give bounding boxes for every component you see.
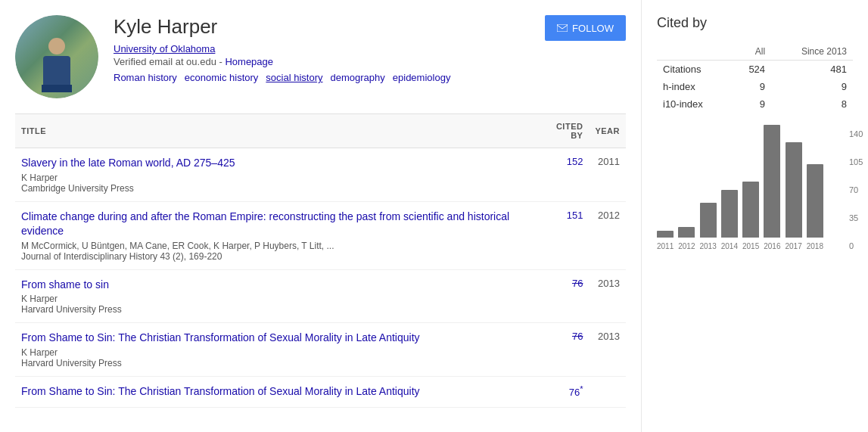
col-year: YEAR	[589, 114, 626, 148]
paper-title[interactable]: From shame to sin	[21, 278, 530, 293]
bar-year-label: 2013	[700, 242, 717, 250]
paper-year: 2011	[589, 148, 626, 202]
chart-bars: 20112012201320142015201620172018	[657, 129, 846, 250]
papers-list: Slavery in the late Roman world, AD 275–…	[15, 148, 626, 408]
bar-group: 2018	[807, 164, 823, 250]
stats-since: 8	[771, 95, 853, 113]
stats-table: All Since 2013 Citations524481h-index99i…	[657, 43, 853, 113]
table-row: From Shame to Sin: The Christian Transfo…	[15, 323, 626, 377]
chart-bar	[742, 182, 759, 238]
stats-label: Citations	[657, 61, 731, 79]
paper-source: Harvard University Press	[21, 358, 530, 368]
follow-label: FOLLOW	[572, 23, 614, 34]
email-icon	[557, 24, 568, 32]
stats-since: 9	[771, 78, 853, 95]
chart-bar	[700, 203, 717, 238]
paper-title[interactable]: From Shame to Sin: The Christian Transfo…	[21, 331, 530, 346]
col-since-header: Since 2013	[771, 43, 853, 61]
bar-year-label: 2016	[764, 242, 780, 250]
profile-tag-roman-history[interactable]: Roman history	[114, 72, 177, 83]
follow-button[interactable]: FOLLOW	[545, 15, 626, 41]
bar-year-label: 2012	[678, 242, 695, 250]
citations-chart: 20112012201320142015201620172018 140 105…	[657, 128, 853, 250]
bar-group: 2011	[657, 231, 674, 250]
chart-bar	[657, 231, 674, 238]
paper-title[interactable]: From Shame to Sin: The Christian Transfo…	[21, 384, 530, 399]
profile-info: Kyle Harper University of Oklahoma Verif…	[114, 15, 626, 83]
col-cited: CITED BY	[536, 114, 589, 148]
paper-cited[interactable]: 76*	[536, 376, 589, 407]
col-title: TITLE	[15, 114, 536, 148]
col-all-header: All	[731, 43, 772, 61]
table-row: From Shame to Sin: The Christian Transfo…	[15, 376, 626, 407]
stats-all: 9	[731, 95, 772, 113]
homepage-link[interactable]: Homepage	[225, 56, 273, 67]
paper-year: 2013	[589, 323, 626, 377]
chart-bar	[678, 227, 695, 238]
table-row: From shame to sinK HarperHarvard Univers…	[15, 269, 626, 323]
bar-year-label: 2018	[807, 242, 823, 250]
stats-label: h-index	[657, 78, 731, 95]
y-label-70: 70	[849, 185, 863, 194]
paper-authors: K Harper	[21, 294, 530, 304]
papers-table: TITLE CITED BY YEAR Slavery in the late …	[15, 113, 626, 408]
table-row: Climate change during and after the Roma…	[15, 201, 626, 269]
cited-by-title: Cited by	[657, 15, 853, 31]
y-label-35: 35	[849, 213, 863, 222]
bar-year-label: 2017	[786, 242, 802, 250]
profile-tag-social-history[interactable]: social history	[266, 72, 322, 83]
profile-name: Kyle Harper	[114, 15, 450, 39]
paper-year: 2013	[589, 269, 626, 323]
bar-group: 2015	[742, 182, 759, 250]
institution-link[interactable]: University of Oklahoma	[114, 43, 450, 54]
profile-tag-epidemiology[interactable]: epidemiology	[393, 72, 451, 83]
stats-label: i10-index	[657, 95, 731, 113]
stats-since: 481	[771, 61, 853, 79]
paper-source: Harvard University Press	[21, 304, 530, 315]
stats-row: h-index99	[657, 78, 853, 95]
asterisk-marker: *	[580, 384, 583, 393]
profile-tag-economic-history[interactable]: economic history	[185, 72, 259, 83]
profile-tags: Roman historyeconomic historysocial hist…	[114, 72, 450, 83]
bar-year-label: 2015	[742, 242, 759, 250]
chart-bar	[786, 142, 802, 238]
chart-bar	[807, 164, 823, 238]
stats-row: i10-index98	[657, 95, 853, 113]
chart-bar	[721, 190, 738, 238]
stats-row: Citations524481	[657, 61, 853, 79]
email-text: Verified email at ou.edu -	[114, 56, 222, 67]
chart-bar	[764, 125, 780, 238]
y-label-0: 0	[849, 241, 863, 250]
bar-group: 2014	[721, 190, 738, 250]
bar-group: 2016	[764, 125, 780, 250]
paper-source: Cambridge University Press	[21, 183, 530, 194]
email-line: Verified email at ou.edu - Homepage	[114, 56, 450, 67]
profile-tag-demography[interactable]: demography	[331, 72, 385, 83]
paper-title[interactable]: Slavery in the late Roman world, AD 275–…	[21, 156, 530, 171]
y-label-105: 105	[849, 157, 863, 166]
paper-year	[589, 376, 626, 407]
paper-cited[interactable]: 151	[536, 201, 589, 269]
paper-authors: K Harper	[21, 347, 530, 358]
bar-year-label: 2011	[657, 242, 674, 250]
paper-authors: K Harper	[21, 172, 530, 183]
profile-header: Kyle Harper University of Oklahoma Verif…	[15, 15, 626, 98]
sidebar: Cited by All Since 2013 Citations524481h…	[641, 0, 868, 432]
paper-year: 2012	[589, 201, 626, 269]
paper-authors: M McCormick, U Büntgen, MA Cane, ER Cook…	[21, 241, 530, 251]
paper-title[interactable]: Climate change during and after the Roma…	[21, 210, 530, 239]
bar-year-label: 2014	[721, 242, 738, 250]
paper-cited[interactable]: 152	[536, 148, 589, 202]
stats-all: 9	[731, 78, 772, 95]
bar-group: 2012	[678, 227, 695, 250]
paper-cited[interactable]: 76	[536, 323, 589, 377]
table-header: TITLE CITED BY YEAR	[15, 114, 626, 148]
paper-cited[interactable]: 76	[536, 269, 589, 323]
bar-group: 2017	[786, 142, 802, 250]
avatar	[15, 15, 98, 98]
svg-rect-0	[557, 24, 568, 32]
stats-rows: Citations524481h-index99i10-index98	[657, 61, 853, 113]
bar-group: 2013	[700, 203, 717, 250]
table-row: Slavery in the late Roman world, AD 275–…	[15, 148, 626, 202]
paper-source: Journal of Interdisciplinary History 43 …	[21, 251, 530, 262]
